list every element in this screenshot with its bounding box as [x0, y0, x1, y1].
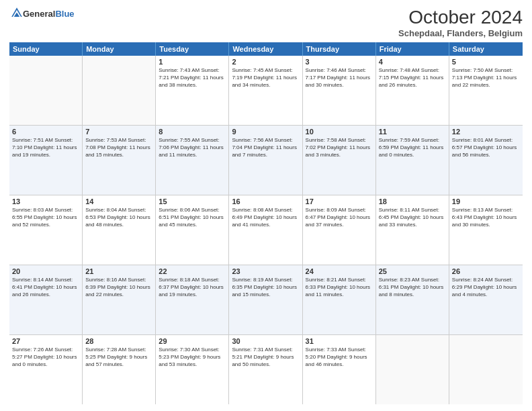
day-number: 18: [379, 197, 446, 205]
cal-cell: 5Sunrise: 7:50 AM Sunset: 7:13 PM Daylig…: [449, 56, 523, 125]
cell-info: Sunrise: 7:46 AM Sunset: 7:17 PM Dayligh…: [306, 67, 373, 89]
cal-cell: [376, 335, 449, 404]
cell-info: Sunrise: 8:09 AM Sunset: 6:47 PM Dayligh…: [306, 207, 373, 228]
cell-info: Sunrise: 7:58 AM Sunset: 7:02 PM Dayligh…: [306, 137, 373, 158]
cell-info: Sunrise: 7:28 AM Sunset: 5:25 PM Dayligh…: [85, 347, 152, 368]
day-number: 30: [232, 337, 299, 345]
cal-cell: 26Sunrise: 8:24 AM Sunset: 6:29 PM Dayli…: [449, 265, 523, 334]
header-day-wednesday: Wednesday: [229, 42, 302, 56]
week-row-2: 6Sunrise: 7:51 AM Sunset: 7:10 PM Daylig…: [9, 126, 523, 195]
cal-cell: 13Sunrise: 8:03 AM Sunset: 6:55 PM Dayli…: [9, 195, 83, 265]
cal-cell: 10Sunrise: 7:58 AM Sunset: 7:02 PM Dayli…: [303, 126, 376, 195]
day-number: 25: [379, 267, 446, 275]
cell-info: Sunrise: 7:30 AM Sunset: 5:23 PM Dayligh…: [159, 347, 226, 368]
cal-cell: 9Sunrise: 7:56 AM Sunset: 7:04 PM Daylig…: [229, 126, 302, 195]
day-number: 9: [232, 128, 299, 136]
day-number: 22: [159, 267, 226, 275]
title-area: October 2024 Schepdaal, Flanders, Belgiu…: [398, 7, 523, 38]
day-number: 1: [159, 58, 226, 66]
day-number: 21: [85, 267, 152, 275]
cell-info: Sunrise: 8:16 AM Sunset: 6:39 PM Dayligh…: [85, 277, 152, 298]
cell-info: Sunrise: 8:04 AM Sunset: 6:53 PM Dayligh…: [85, 207, 152, 228]
day-number: 3: [306, 58, 373, 66]
cal-cell: 3Sunrise: 7:46 AM Sunset: 7:17 PM Daylig…: [303, 56, 376, 125]
day-number: 4: [379, 58, 446, 66]
cal-cell: 25Sunrise: 8:23 AM Sunset: 6:31 PM Dayli…: [376, 265, 449, 334]
day-number: 7: [85, 128, 152, 136]
cal-cell: 31Sunrise: 7:33 AM Sunset: 5:20 PM Dayli…: [303, 335, 376, 404]
cal-cell: 17Sunrise: 8:09 AM Sunset: 6:47 PM Dayli…: [303, 195, 376, 265]
cal-cell: 14Sunrise: 8:04 AM Sunset: 6:53 PM Dayli…: [83, 195, 156, 265]
day-number: 19: [452, 197, 520, 205]
cell-info: Sunrise: 8:23 AM Sunset: 6:31 PM Dayligh…: [379, 277, 446, 298]
day-number: 13: [12, 197, 79, 205]
cell-info: Sunrise: 7:33 AM Sunset: 5:20 PM Dayligh…: [306, 347, 373, 368]
header-day-sunday: Sunday: [9, 42, 83, 56]
week-row-4: 20Sunrise: 8:14 AM Sunset: 6:41 PM Dayli…: [9, 265, 523, 335]
week-row-5: 27Sunrise: 7:26 AM Sunset: 5:27 PM Dayli…: [9, 335, 523, 404]
day-number: 6: [12, 128, 79, 136]
day-number: 15: [159, 197, 226, 205]
cal-cell: 15Sunrise: 8:06 AM Sunset: 6:51 PM Dayli…: [156, 195, 229, 265]
cal-cell: 18Sunrise: 8:11 AM Sunset: 6:45 PM Dayli…: [376, 195, 449, 265]
cal-cell: 30Sunrise: 7:31 AM Sunset: 5:21 PM Dayli…: [229, 335, 302, 404]
cal-cell: 21Sunrise: 8:16 AM Sunset: 6:39 PM Dayli…: [83, 265, 156, 334]
header-day-friday: Friday: [376, 42, 449, 56]
day-number: 24: [306, 267, 373, 275]
logo-general-text: General: [23, 9, 55, 19]
cell-info: Sunrise: 8:19 AM Sunset: 6:35 PM Dayligh…: [232, 277, 299, 298]
cell-info: Sunrise: 7:45 AM Sunset: 7:19 PM Dayligh…: [232, 67, 299, 89]
day-number: 11: [379, 128, 446, 136]
cell-info: Sunrise: 8:21 AM Sunset: 6:33 PM Dayligh…: [306, 277, 373, 298]
calendar-body: 1Sunrise: 7:43 AM Sunset: 7:21 PM Daylig…: [9, 56, 523, 404]
cal-cell: 7Sunrise: 7:53 AM Sunset: 7:08 PM Daylig…: [83, 126, 156, 195]
cal-cell: [9, 56, 83, 125]
subtitle: Schepdaal, Flanders, Belgium: [398, 28, 523, 38]
cell-info: Sunrise: 7:59 AM Sunset: 6:59 PM Dayligh…: [379, 137, 446, 158]
cal-cell: 22Sunrise: 8:18 AM Sunset: 6:37 PM Dayli…: [156, 265, 229, 334]
cell-info: Sunrise: 8:18 AM Sunset: 6:37 PM Dayligh…: [159, 277, 226, 298]
logo-blue-text: Blue: [55, 9, 74, 19]
cell-info: Sunrise: 8:01 AM Sunset: 6:57 PM Dayligh…: [452, 137, 520, 158]
cal-cell: 8Sunrise: 7:55 AM Sunset: 7:06 PM Daylig…: [156, 126, 229, 195]
cal-cell: 2Sunrise: 7:45 AM Sunset: 7:19 PM Daylig…: [229, 56, 302, 125]
page: GeneralBlue October 2024 Schepdaal, Flan…: [0, 0, 532, 411]
cell-info: Sunrise: 7:50 AM Sunset: 7:13 PM Dayligh…: [452, 67, 520, 89]
cell-info: Sunrise: 8:08 AM Sunset: 6:49 PM Dayligh…: [232, 207, 299, 228]
cal-cell: [449, 335, 523, 404]
cal-cell: 19Sunrise: 8:13 AM Sunset: 6:43 PM Dayli…: [449, 195, 523, 265]
header-day-saturday: Saturday: [449, 42, 523, 56]
cell-info: Sunrise: 7:26 AM Sunset: 5:27 PM Dayligh…: [12, 347, 79, 368]
cell-info: Sunrise: 8:14 AM Sunset: 6:41 PM Dayligh…: [12, 277, 79, 298]
day-number: 26: [452, 267, 520, 275]
day-number: 16: [232, 197, 299, 205]
header-day-thursday: Thursday: [303, 42, 376, 56]
cell-info: Sunrise: 7:48 AM Sunset: 7:15 PM Dayligh…: [379, 67, 446, 89]
day-number: 10: [306, 128, 373, 136]
cell-info: Sunrise: 8:13 AM Sunset: 6:43 PM Dayligh…: [452, 207, 520, 228]
cell-info: Sunrise: 7:51 AM Sunset: 7:10 PM Dayligh…: [12, 137, 79, 158]
cal-cell: 16Sunrise: 8:08 AM Sunset: 6:49 PM Dayli…: [229, 195, 302, 265]
cell-info: Sunrise: 7:31 AM Sunset: 5:21 PM Dayligh…: [232, 347, 299, 368]
cell-info: Sunrise: 8:11 AM Sunset: 6:45 PM Dayligh…: [379, 207, 446, 228]
day-number: 27: [12, 337, 79, 345]
day-number: 31: [306, 337, 373, 345]
day-number: 23: [232, 267, 299, 275]
day-number: 8: [159, 128, 226, 136]
header-day-tuesday: Tuesday: [156, 42, 229, 56]
day-number: 12: [452, 128, 520, 136]
header-day-monday: Monday: [83, 42, 156, 56]
cal-cell: 11Sunrise: 7:59 AM Sunset: 6:59 PM Dayli…: [376, 126, 449, 195]
week-row-3: 13Sunrise: 8:03 AM Sunset: 6:55 PM Dayli…: [9, 195, 523, 265]
cell-info: Sunrise: 7:55 AM Sunset: 7:06 PM Dayligh…: [159, 137, 226, 158]
cal-cell: 27Sunrise: 7:26 AM Sunset: 5:27 PM Dayli…: [9, 335, 83, 404]
cell-info: Sunrise: 7:53 AM Sunset: 7:08 PM Dayligh…: [85, 137, 152, 158]
calendar-header-row: SundayMondayTuesdayWednesdayThursdayFrid…: [9, 42, 523, 56]
cell-info: Sunrise: 7:43 AM Sunset: 7:21 PM Dayligh…: [159, 67, 226, 89]
header: GeneralBlue October 2024 Schepdaal, Flan…: [9, 7, 523, 38]
cal-cell: 23Sunrise: 8:19 AM Sunset: 6:35 PM Dayli…: [229, 265, 302, 334]
cell-info: Sunrise: 8:03 AM Sunset: 6:55 PM Dayligh…: [12, 207, 79, 228]
day-number: 20: [12, 267, 79, 275]
cal-cell: 4Sunrise: 7:48 AM Sunset: 7:15 PM Daylig…: [376, 56, 449, 125]
cell-info: Sunrise: 7:56 AM Sunset: 7:04 PM Dayligh…: [232, 137, 299, 158]
